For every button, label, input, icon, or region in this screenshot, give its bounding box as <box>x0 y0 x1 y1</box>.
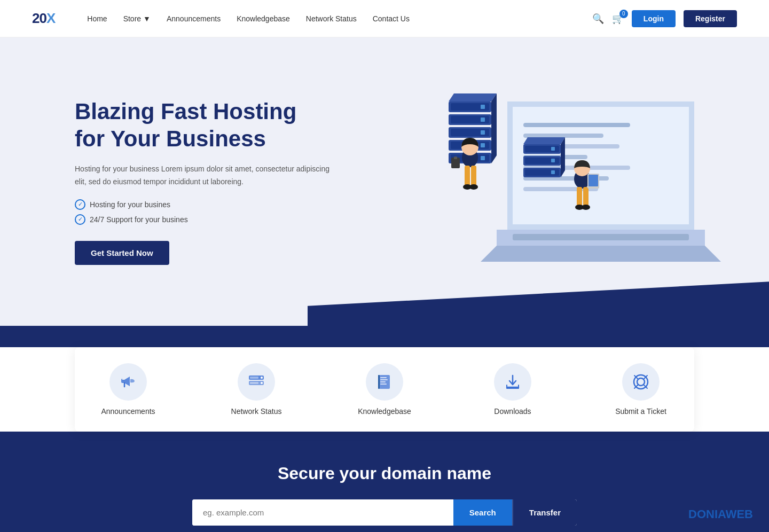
domain-search-input[interactable] <box>192 499 453 526</box>
svg-rect-17 <box>481 118 485 122</box>
hero-features: ✓ Hosting for your busines ✓ 24/7 Suppor… <box>75 199 342 225</box>
nav-right: 🔍 🛒 0 Login Register <box>592 10 737 27</box>
svg-rect-61 <box>250 377 258 379</box>
quick-link-network-status[interactable]: Network Status <box>224 363 288 416</box>
navbar: 20X Home Store ▼ Announcements Knowledge… <box>0 0 769 37</box>
svg-rect-11 <box>513 234 689 240</box>
quick-link-announcements[interactable]: Announcements <box>96 363 160 416</box>
domain-title: Secure your domain name <box>75 464 694 483</box>
svg-rect-20 <box>481 130 485 135</box>
get-started-button[interactable]: Get Started Now <box>75 241 169 265</box>
svg-point-59 <box>261 377 263 379</box>
svg-rect-62 <box>250 382 258 384</box>
feature-item: ✓ Hosting for your busines <box>75 199 342 210</box>
search-icon-button[interactable]: 🔍 <box>592 13 604 25</box>
svg-rect-26 <box>481 156 485 160</box>
svg-rect-23 <box>481 143 485 147</box>
domain-search-button[interactable]: Search <box>453 499 512 526</box>
feature-label: Hosting for your busines <box>90 200 170 209</box>
svg-point-45 <box>469 184 478 190</box>
nav-links: Home Store ▼ Announcements Knowledgebase… <box>87 14 592 23</box>
hero-title: Blazing Fast Hosting for Your Business <box>75 98 342 152</box>
nav-home[interactable]: Home <box>87 14 107 23</box>
hero-content: Blazing Fast Hosting for Your Business H… <box>75 98 342 264</box>
svg-rect-55 <box>588 175 598 186</box>
svg-rect-14 <box>481 105 485 109</box>
svg-rect-42 <box>465 166 470 187</box>
quick-link-knowledgebase[interactable]: Knowledgebase <box>352 363 417 416</box>
quick-link-submit-ticket[interactable]: Submit a Ticket <box>609 363 673 416</box>
svg-rect-50 <box>577 187 582 207</box>
submit-ticket-label: Submit a Ticket <box>615 407 666 416</box>
svg-marker-28 <box>491 93 497 163</box>
network-status-label: Network Status <box>231 407 282 416</box>
svg-marker-39 <box>561 137 565 177</box>
logo[interactable]: 20X <box>32 10 55 27</box>
network-status-icon <box>238 363 275 401</box>
downloads-icon <box>494 363 531 401</box>
register-button[interactable]: Register <box>684 10 737 27</box>
knowledgebase-label: Knowledgebase <box>358 407 411 416</box>
domain-section: Secure your domain name Search Transfer … <box>0 432 769 532</box>
cart-button[interactable]: 🛒 0 <box>612 13 624 25</box>
hero-description: Hosting for your business Lorem ipsum do… <box>75 163 342 189</box>
svg-rect-34 <box>551 159 555 162</box>
quick-links-container: Announcements Network Status <box>75 347 694 432</box>
submit-ticket-icon <box>622 363 660 401</box>
domain-search-bar: Search Transfer <box>192 499 577 526</box>
feature-label: 24/7 Support for your busines <box>90 215 188 224</box>
svg-rect-2 <box>523 123 630 127</box>
logo-text: 20 <box>32 10 46 26</box>
nav-network-status[interactable]: Network Status <box>306 14 357 23</box>
svg-rect-65 <box>380 379 388 380</box>
downloads-label: Downloads <box>494 407 531 416</box>
svg-rect-43 <box>471 166 476 187</box>
svg-rect-47 <box>454 157 457 159</box>
svg-marker-10 <box>481 246 721 262</box>
knowledgebase-icon <box>366 363 403 401</box>
dropdown-arrow-icon: ▼ <box>143 14 151 23</box>
svg-rect-3 <box>523 134 603 138</box>
nav-store[interactable]: Store ▼ <box>123 14 151 23</box>
logo-x: X <box>46 10 55 26</box>
svg-marker-27 <box>449 93 497 101</box>
announcements-label: Announcements <box>101 407 155 416</box>
check-icon: ✓ <box>75 214 85 225</box>
quick-link-downloads[interactable]: Downloads <box>481 363 545 416</box>
domain-transfer-button[interactable]: Transfer <box>512 499 577 526</box>
announcements-icon <box>109 363 147 401</box>
nav-knowledgebase[interactable]: Knowledgebase <box>237 14 290 23</box>
svg-rect-68 <box>378 375 380 389</box>
svg-marker-38 <box>523 137 565 144</box>
feature-item: ✓ 24/7 Support for your busines <box>75 214 342 225</box>
svg-point-60 <box>261 382 263 384</box>
svg-rect-67 <box>380 384 387 385</box>
login-button[interactable]: Login <box>632 10 676 27</box>
quick-links-section: Announcements Network Status <box>0 347 769 432</box>
hero-section: Blazing Fast Hosting for Your Business H… <box>0 37 769 326</box>
check-icon: ✓ <box>75 199 85 210</box>
svg-rect-66 <box>380 381 386 382</box>
svg-rect-37 <box>551 170 555 174</box>
svg-rect-51 <box>583 187 588 207</box>
svg-point-53 <box>582 205 590 210</box>
svg-rect-64 <box>380 377 387 378</box>
cart-badge: 0 <box>619 10 628 18</box>
nav-announcements[interactable]: Announcements <box>167 14 221 23</box>
svg-rect-31 <box>551 147 555 151</box>
hero-illustration <box>417 59 726 310</box>
nav-contact-us[interactable]: Contact Us <box>373 14 410 23</box>
